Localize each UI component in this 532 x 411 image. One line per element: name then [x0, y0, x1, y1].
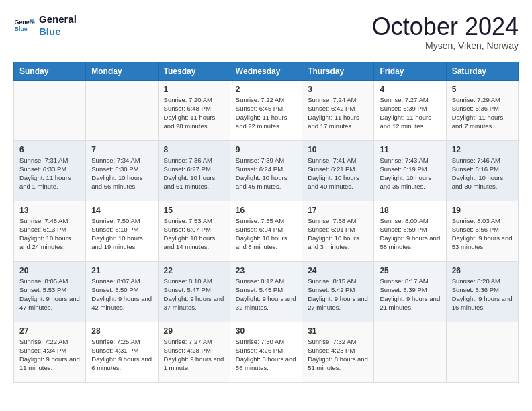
- day-info: Sunrise: 7:58 AM Sunset: 6:01 PM Dayligh…: [308, 216, 368, 252]
- calendar-cell: 30Sunrise: 7:30 AM Sunset: 4:26 PM Dayli…: [230, 322, 302, 382]
- calendar-cell: 19Sunrise: 8:03 AM Sunset: 5:56 PM Dayli…: [446, 201, 518, 261]
- calendar-cell: 6Sunrise: 7:31 AM Sunset: 6:33 PM Daylig…: [14, 140, 86, 201]
- calendar-cell: 15Sunrise: 7:53 AM Sunset: 6:07 PM Dayli…: [158, 201, 230, 261]
- calendar-cell: 28Sunrise: 7:25 AM Sunset: 4:31 PM Dayli…: [86, 322, 158, 382]
- title-block: October 2024 Mysen, Viken, Norway: [372, 13, 519, 51]
- day-info: Sunrise: 7:27 AM Sunset: 4:28 PM Dayligh…: [164, 337, 224, 373]
- logo-blue: Blue: [39, 26, 77, 38]
- weekday-header: Saturday: [446, 62, 518, 80]
- day-number: 31: [308, 326, 368, 336]
- day-info: Sunrise: 7:22 AM Sunset: 6:45 PM Dayligh…: [236, 95, 296, 131]
- day-number: 19: [452, 205, 513, 215]
- calendar-cell: 11Sunrise: 7:43 AM Sunset: 6:19 PM Dayli…: [374, 140, 446, 201]
- day-number: 13: [19, 205, 80, 215]
- calendar-cell: 3Sunrise: 7:24 AM Sunset: 6:42 PM Daylig…: [302, 80, 374, 140]
- page-header: General Blue General Blue October 2024 M…: [13, 13, 519, 51]
- calendar-cell: 9Sunrise: 7:39 AM Sunset: 6:24 PM Daylig…: [230, 140, 302, 201]
- day-number: 28: [91, 326, 152, 336]
- calendar-cell: 14Sunrise: 7:50 AM Sunset: 6:10 PM Dayli…: [86, 201, 158, 261]
- day-number: 30: [236, 326, 296, 336]
- day-number: 3: [308, 85, 368, 94]
- day-number: 12: [452, 145, 513, 154]
- day-number: 17: [308, 205, 368, 215]
- calendar-cell: 12Sunrise: 7:46 AM Sunset: 6:16 PM Dayli…: [446, 140, 518, 201]
- weekday-header: Sunday: [14, 62, 86, 80]
- day-info: Sunrise: 7:29 AM Sunset: 6:36 PM Dayligh…: [452, 95, 513, 131]
- calendar-cell: 20Sunrise: 8:05 AM Sunset: 5:53 PM Dayli…: [14, 261, 86, 322]
- day-info: Sunrise: 7:48 AM Sunset: 6:13 PM Dayligh…: [19, 216, 80, 252]
- day-number: 29: [164, 326, 224, 336]
- calendar-cell: [86, 80, 158, 140]
- day-number: 14: [91, 205, 152, 215]
- calendar-cell: 16Sunrise: 7:55 AM Sunset: 6:04 PM Dayli…: [230, 201, 302, 261]
- day-info: Sunrise: 7:36 AM Sunset: 6:27 PM Dayligh…: [164, 156, 224, 191]
- location: Mysen, Viken, Norway: [372, 40, 519, 51]
- day-info: Sunrise: 8:00 AM Sunset: 5:59 PM Dayligh…: [380, 216, 440, 252]
- calendar-cell: 4Sunrise: 7:27 AM Sunset: 6:39 PM Daylig…: [374, 80, 446, 140]
- day-info: Sunrise: 8:17 AM Sunset: 5:39 PM Dayligh…: [380, 277, 440, 312]
- calendar-cell: 7Sunrise: 7:34 AM Sunset: 6:30 PM Daylig…: [86, 140, 158, 201]
- calendar-week-row: 20Sunrise: 8:05 AM Sunset: 5:53 PM Dayli…: [14, 261, 519, 322]
- day-number: 22: [164, 266, 224, 275]
- day-info: Sunrise: 8:20 AM Sunset: 5:36 PM Dayligh…: [452, 277, 513, 312]
- calendar-cell: 1Sunrise: 7:20 AM Sunset: 6:48 PM Daylig…: [158, 80, 230, 140]
- svg-text:Blue: Blue: [15, 26, 28, 32]
- calendar-cell: 25Sunrise: 8:17 AM Sunset: 5:39 PM Dayli…: [374, 261, 446, 322]
- day-info: Sunrise: 8:07 AM Sunset: 5:50 PM Dayligh…: [91, 277, 152, 312]
- day-info: Sunrise: 7:43 AM Sunset: 6:19 PM Dayligh…: [380, 156, 440, 191]
- calendar-cell: 29Sunrise: 7:27 AM Sunset: 4:28 PM Dayli…: [158, 322, 230, 382]
- day-number: 10: [308, 145, 368, 154]
- day-number: 18: [380, 205, 440, 215]
- calendar-week-row: 6Sunrise: 7:31 AM Sunset: 6:33 PM Daylig…: [14, 140, 519, 201]
- day-number: 21: [91, 266, 152, 275]
- day-info: Sunrise: 7:55 AM Sunset: 6:04 PM Dayligh…: [236, 216, 296, 252]
- day-number: 9: [236, 145, 296, 154]
- day-info: Sunrise: 7:41 AM Sunset: 6:21 PM Dayligh…: [308, 156, 368, 191]
- day-info: Sunrise: 7:53 AM Sunset: 6:07 PM Dayligh…: [164, 216, 224, 252]
- calendar-cell: 13Sunrise: 7:48 AM Sunset: 6:13 PM Dayli…: [14, 201, 86, 261]
- day-info: Sunrise: 8:03 AM Sunset: 5:56 PM Dayligh…: [452, 216, 513, 252]
- day-number: 26: [452, 266, 513, 275]
- calendar-cell: 5Sunrise: 7:29 AM Sunset: 6:36 PM Daylig…: [446, 80, 518, 140]
- calendar-cell: 23Sunrise: 8:12 AM Sunset: 5:45 PM Dayli…: [230, 261, 302, 322]
- day-number: 6: [19, 145, 80, 154]
- day-number: 25: [380, 266, 440, 275]
- day-number: 27: [19, 326, 80, 336]
- day-number: 7: [91, 145, 152, 154]
- calendar-cell: 17Sunrise: 7:58 AM Sunset: 6:01 PM Dayli…: [302, 201, 374, 261]
- day-number: 15: [164, 205, 224, 215]
- calendar-cell: 26Sunrise: 8:20 AM Sunset: 5:36 PM Dayli…: [446, 261, 518, 322]
- calendar-cell: 2Sunrise: 7:22 AM Sunset: 6:45 PM Daylig…: [230, 80, 302, 140]
- calendar-cell: 10Sunrise: 7:41 AM Sunset: 6:21 PM Dayli…: [302, 140, 374, 201]
- day-info: Sunrise: 7:50 AM Sunset: 6:10 PM Dayligh…: [91, 216, 152, 252]
- calendar-cell: [14, 80, 86, 140]
- day-info: Sunrise: 7:24 AM Sunset: 6:42 PM Dayligh…: [308, 95, 368, 131]
- day-number: 23: [236, 266, 296, 275]
- day-number: 20: [19, 266, 80, 275]
- day-number: 8: [164, 145, 224, 154]
- weekday-header: Tuesday: [158, 62, 230, 80]
- calendar-cell: 22Sunrise: 8:10 AM Sunset: 5:47 PM Dayli…: [158, 261, 230, 322]
- weekday-header: Wednesday: [230, 62, 302, 80]
- day-number: 2: [236, 85, 296, 94]
- day-info: Sunrise: 7:30 AM Sunset: 4:26 PM Dayligh…: [236, 337, 296, 373]
- day-info: Sunrise: 7:31 AM Sunset: 6:33 PM Dayligh…: [19, 156, 80, 191]
- calendar-cell: 18Sunrise: 8:00 AM Sunset: 5:59 PM Dayli…: [374, 201, 446, 261]
- day-info: Sunrise: 7:46 AM Sunset: 6:16 PM Dayligh…: [452, 156, 513, 191]
- day-info: Sunrise: 7:22 AM Sunset: 4:34 PM Dayligh…: [19, 337, 80, 373]
- calendar-cell: 24Sunrise: 8:15 AM Sunset: 5:42 PM Dayli…: [302, 261, 374, 322]
- weekday-header: Monday: [86, 62, 158, 80]
- day-info: Sunrise: 7:25 AM Sunset: 4:31 PM Dayligh…: [91, 337, 152, 373]
- calendar-cell: 31Sunrise: 7:32 AM Sunset: 4:23 PM Dayli…: [302, 322, 374, 382]
- day-number: 1: [164, 85, 224, 94]
- month-title: October 2024: [372, 13, 519, 40]
- day-number: 5: [452, 85, 513, 94]
- day-info: Sunrise: 7:34 AM Sunset: 6:30 PM Dayligh…: [91, 156, 152, 191]
- calendar-cell: [446, 322, 518, 382]
- day-info: Sunrise: 7:32 AM Sunset: 4:23 PM Dayligh…: [308, 337, 368, 373]
- logo-icon: General Blue: [13, 15, 35, 36]
- day-info: Sunrise: 8:05 AM Sunset: 5:53 PM Dayligh…: [19, 277, 80, 312]
- day-info: Sunrise: 8:15 AM Sunset: 5:42 PM Dayligh…: [308, 277, 368, 312]
- day-number: 4: [380, 85, 440, 94]
- day-number: 24: [308, 266, 368, 275]
